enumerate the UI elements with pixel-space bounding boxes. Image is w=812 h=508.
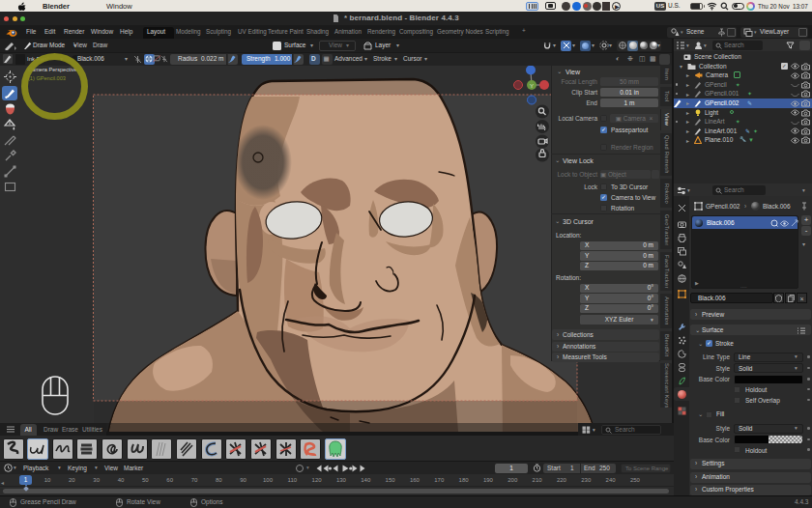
svg-text:(1) GPencil.003: (1) GPencil.003 [28,75,66,81]
svg-text:Camera Perspective: Camera Perspective [28,67,77,72]
